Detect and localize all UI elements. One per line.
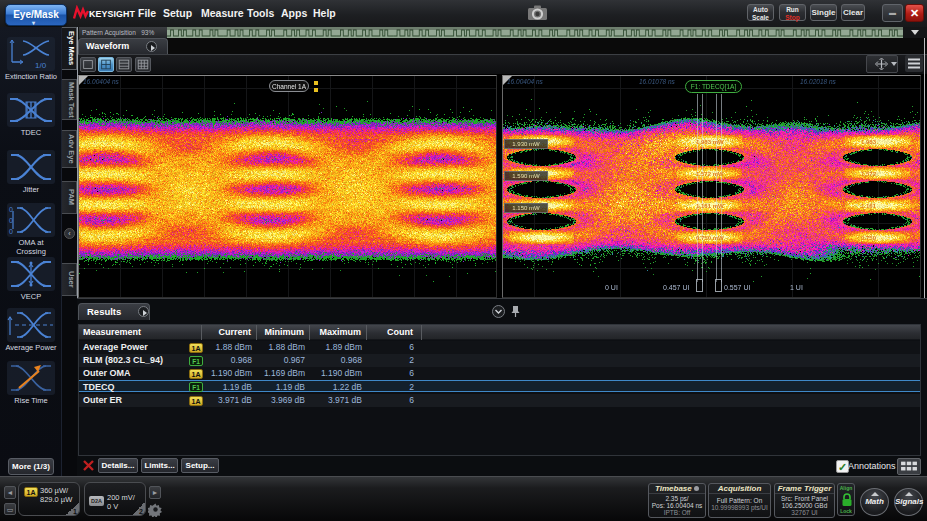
svg-text:0: 0 <box>9 217 13 224</box>
svg-text:0: 0 <box>9 206 13 213</box>
svg-text:0: 0 <box>9 228 13 235</box>
svg-text:1/0: 1/0 <box>35 61 47 70</box>
